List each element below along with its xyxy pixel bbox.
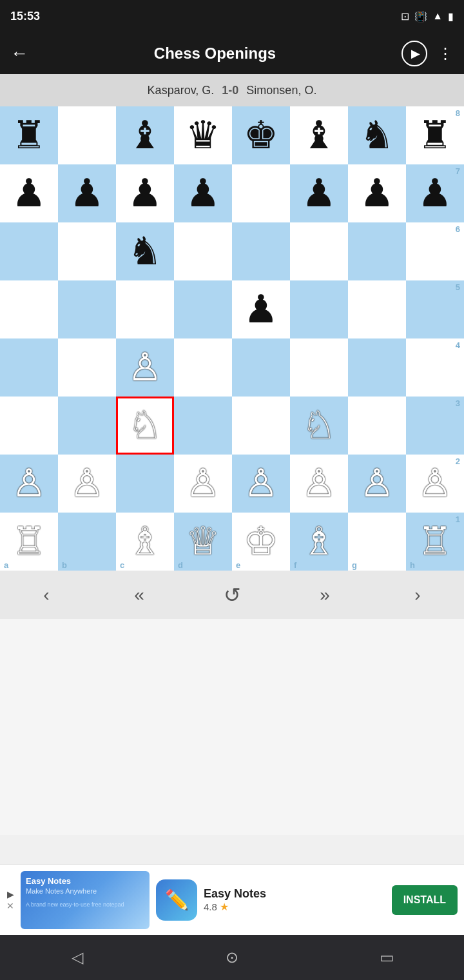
cell-a4[interactable]: [0, 338, 58, 397]
cell-a8[interactable]: ♜: [0, 106, 58, 164]
cell-f5[interactable]: [290, 280, 348, 338]
cell-e2[interactable]: ♙: [232, 455, 290, 513]
cell-c7[interactable]: ♟: [116, 164, 174, 222]
install-button[interactable]: INSTALL: [392, 885, 458, 915]
piece-wR-a1: ♖: [12, 522, 46, 561]
cell-d7[interactable]: ♟: [174, 164, 232, 222]
cell-a2[interactable]: ♙: [0, 455, 58, 513]
cell-c6[interactable]: ♞: [116, 222, 174, 280]
recents-sys-button[interactable]: ▭: [367, 938, 406, 977]
play-button[interactable]: ▶: [401, 41, 427, 66]
rank-label-6: 6: [456, 225, 460, 233]
ad-close-icon[interactable]: ✕: [6, 901, 14, 911]
battery-icon: ▮: [448, 10, 454, 23]
cell-g6[interactable]: [348, 222, 406, 280]
cell-h7[interactable]: ♟7: [406, 164, 464, 222]
piece-bB-c8: ♝: [128, 116, 162, 155]
cell-h5[interactable]: 5: [406, 280, 464, 338]
cell-c5[interactable]: [116, 280, 174, 338]
piece-bP-h7: ♟: [418, 174, 452, 213]
cell-b3[interactable]: [58, 397, 116, 455]
reset-button[interactable]: ↺: [206, 577, 258, 612]
cell-g8[interactable]: ♞: [348, 106, 406, 164]
chess-board: ♜♝♛♚♝♞♜8♟♟♟♟♟♟♟7♞6♟5♙4♘♘3♙♙♙♙♙♙♙2♖ab♗c♕d…: [0, 106, 464, 571]
piece-bP-f7: ♟: [302, 174, 336, 213]
more-button[interactable]: ⋮: [438, 44, 454, 63]
ad-image-subtitle: Make Notes Anywhere: [26, 887, 97, 895]
cell-g4[interactable]: [348, 338, 406, 397]
cell-a1[interactable]: ♖a: [0, 513, 58, 571]
cell-d6[interactable]: [174, 222, 232, 280]
cell-a6[interactable]: [0, 222, 58, 280]
cell-d2[interactable]: ♙: [174, 455, 232, 513]
back-sys-button[interactable]: ◁: [58, 938, 97, 977]
cell-f3[interactable]: ♘: [290, 397, 348, 455]
cell-b2[interactable]: ♙: [58, 455, 116, 513]
ad-star-icon: ★: [220, 901, 229, 913]
cell-c3[interactable]: ♘: [116, 397, 174, 455]
cell-f1[interactable]: ♗f: [290, 513, 348, 571]
cell-d1[interactable]: ♕d: [174, 513, 232, 571]
piece-bR-a8: ♜: [12, 116, 46, 155]
cell-e5[interactable]: ♟: [232, 280, 290, 338]
cell-f2[interactable]: ♙: [290, 455, 348, 513]
cell-g1[interactable]: g: [348, 513, 406, 571]
cell-c8[interactable]: ♝: [116, 106, 174, 164]
cell-b1[interactable]: b: [58, 513, 116, 571]
cell-h8[interactable]: ♜8: [406, 106, 464, 164]
cell-g7[interactable]: ♟: [348, 164, 406, 222]
back-button[interactable]: ←: [10, 43, 28, 64]
cell-g5[interactable]: [348, 280, 406, 338]
cell-e4[interactable]: [232, 338, 290, 397]
piece-bP-c7: ♟: [128, 174, 162, 213]
page-title: Chess Openings: [36, 44, 394, 63]
cell-h1[interactable]: ♖1h: [406, 513, 464, 571]
cell-h6[interactable]: 6: [406, 222, 464, 280]
cell-f7[interactable]: ♟: [290, 164, 348, 222]
cell-b6[interactable]: [58, 222, 116, 280]
cell-d5[interactable]: [174, 280, 232, 338]
cell-e3[interactable]: [232, 397, 290, 455]
cell-d8[interactable]: ♛: [174, 106, 232, 164]
cell-e8[interactable]: ♚: [232, 106, 290, 164]
cell-f4[interactable]: [290, 338, 348, 397]
cell-b8[interactable]: [58, 106, 116, 164]
cell-c2[interactable]: [116, 455, 174, 513]
cell-a5[interactable]: [0, 280, 58, 338]
wifi-icon: ▲: [432, 10, 443, 22]
cast-icon: ⊡: [401, 10, 409, 23]
prev-move-button[interactable]: ‹: [21, 577, 72, 612]
next-move-button[interactable]: ›: [392, 577, 443, 612]
fast-next-button[interactable]: »: [299, 577, 351, 612]
cell-e1[interactable]: ♔e: [232, 513, 290, 571]
ad-close-area[interactable]: ▶ ✕: [6, 889, 14, 911]
status-icons: ⊡ 📳 ▲ ▮: [401, 10, 454, 23]
fast-prev-button[interactable]: «: [113, 577, 165, 612]
home-sys-button[interactable]: ⊙: [213, 938, 251, 977]
cell-h2[interactable]: ♙2: [406, 455, 464, 513]
cell-h3[interactable]: 3: [406, 397, 464, 455]
cell-c1[interactable]: ♗c: [116, 513, 174, 571]
cell-g2[interactable]: ♙: [348, 455, 406, 513]
ad-app-name: Easy Notes: [204, 887, 385, 901]
score-bar: Kasparov, G. 1-0 Simonsen, O.: [0, 74, 464, 106]
cell-d3[interactable]: [174, 397, 232, 455]
cell-g3[interactable]: [348, 397, 406, 455]
cell-c4[interactable]: ♙: [116, 338, 174, 397]
cell-e6[interactable]: [232, 222, 290, 280]
cell-e7[interactable]: [232, 164, 290, 222]
piece-bN-g8: ♞: [360, 116, 394, 155]
cell-b5[interactable]: [58, 280, 116, 338]
cell-f6[interactable]: [290, 222, 348, 280]
cell-h4[interactable]: 4: [406, 338, 464, 397]
cell-a3[interactable]: [0, 397, 58, 455]
cell-a7[interactable]: ♟: [0, 164, 58, 222]
file-label-c: c: [120, 561, 124, 569]
cell-f8[interactable]: ♝: [290, 106, 348, 164]
cell-b4[interactable]: [58, 338, 116, 397]
ad-app-icon-symbol: ✏️: [165, 888, 189, 911]
cell-b7[interactable]: ♟: [58, 164, 116, 222]
game-result: 1-0: [222, 84, 238, 97]
cell-d4[interactable]: [174, 338, 232, 397]
piece-bB-f8: ♝: [302, 116, 336, 155]
